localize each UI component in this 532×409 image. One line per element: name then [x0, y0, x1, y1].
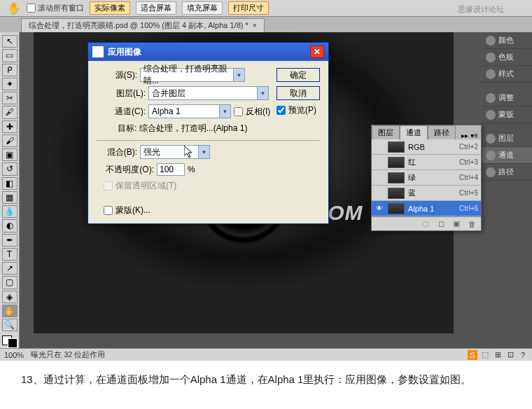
- fit-screen-button[interactable]: 适合屏幕: [136, 1, 176, 15]
- actual-pixels-button[interactable]: 实际像素: [90, 1, 130, 15]
- dialog-titlebar[interactable]: 应用图像 ✕: [88, 43, 328, 61]
- hand-tool[interactable]: ✋: [2, 305, 18, 317]
- close-tab-icon[interactable]: ×: [253, 22, 257, 29]
- new-channel-icon[interactable]: ▣: [451, 219, 461, 229]
- panel-paths[interactable]: 路径: [482, 164, 532, 181]
- zoom-level[interactable]: 100%: [4, 351, 24, 359]
- panel-menu-icon[interactable]: ▸▸ ▾≡: [458, 132, 481, 139]
- status-icon-2[interactable]: ⬚: [480, 350, 490, 360]
- status-icon-3[interactable]: ⊞: [493, 350, 503, 360]
- visibility-icon[interactable]: [374, 173, 384, 183]
- type-tool[interactable]: T: [2, 248, 18, 261]
- status-icon-5[interactable]: ?: [518, 350, 528, 360]
- fill-screen-button[interactable]: 填充屏幕: [182, 1, 223, 15]
- history-brush-tool[interactable]: ↺: [2, 162, 18, 175]
- tools-panel: ↖ ▭ ᑭ ✦ ✂ 🖋 ✚ 🖌 ▣ ↺ ◧ ▦ 💧 ◐ ✒ T ↗ ▢ ◈ ✋ …: [0, 32, 20, 348]
- channel-thumb: [388, 157, 405, 168]
- magic-wand-tool[interactable]: ✦: [2, 78, 18, 90]
- channel-green[interactable]: 绿Ctrl+4: [372, 170, 481, 186]
- crop-tool[interactable]: ✂: [2, 92, 18, 104]
- shape-tool[interactable]: ▢: [2, 276, 18, 289]
- print-size-button[interactable]: 打印尺寸: [228, 1, 269, 15]
- opacity-unit: %: [188, 165, 195, 174]
- save-selection-icon[interactable]: ◻: [436, 219, 446, 229]
- brush-tool[interactable]: 🖌: [2, 134, 18, 147]
- blend-select[interactable]: 强光: [140, 145, 210, 159]
- color-icon: [486, 36, 496, 46]
- dropdown-arrow-icon: [257, 87, 268, 99]
- scroll-all-label: 滚动所有窗口: [38, 3, 84, 13]
- channels-panel: 图层 通道 路径 ▸▸ ▾≡ RGBCtrl+2 红Ctrl+3 绿Ctrl+4…: [371, 125, 482, 231]
- cancel-button[interactable]: 取消: [276, 86, 320, 100]
- blend-label: 混合(B):: [97, 146, 137, 158]
- channel-thumb: [388, 203, 405, 214]
- channel-rgb[interactable]: RGBCtrl+2: [372, 139, 481, 155]
- preserve-transparency-checkbox: 保留透明区域(T): [104, 180, 320, 192]
- document-tab[interactable]: 综合处理，打造明亮眼睛.psd @ 100% (图层 4 副本, Alpha 1…: [21, 18, 265, 32]
- visibility-icon[interactable]: [374, 142, 384, 152]
- layer-select[interactable]: 合并图层: [148, 86, 269, 100]
- source-select[interactable]: 综合处理，打造明亮眼睛...: [140, 68, 245, 82]
- panel-swatches[interactable]: 色板: [482, 49, 532, 66]
- status-icon-1[interactable]: S: [468, 350, 477, 360]
- background-color[interactable]: [8, 338, 18, 348]
- panel-layers[interactable]: 图层: [482, 130, 532, 147]
- marquee-tool[interactable]: ▭: [2, 49, 18, 62]
- blur-tool[interactable]: 💧: [2, 205, 18, 218]
- gradient-tool[interactable]: ▦: [2, 191, 18, 204]
- visibility-icon[interactable]: [374, 158, 384, 167]
- mask-checkbox[interactable]: 蒙版(K)...: [104, 204, 320, 216]
- status-icons: S ⬚ ⊞ ⊡ ?: [468, 350, 528, 360]
- panel-styles[interactable]: 样式: [482, 66, 532, 83]
- document-tab-title: 综合处理，打造明亮眼睛.psd @ 100% (图层 4 副本, Alpha 1…: [29, 20, 248, 31]
- pen-tool[interactable]: ✒: [2, 234, 18, 247]
- invert-checkbox[interactable]: 反相(I): [234, 106, 270, 118]
- visibility-icon[interactable]: [374, 188, 384, 198]
- layers-icon: [486, 134, 496, 144]
- panel-adjustments[interactable]: 调整: [482, 90, 532, 106]
- stamp-tool[interactable]: ▣: [2, 148, 18, 161]
- path-tool[interactable]: ↗: [2, 262, 18, 275]
- healing-tool[interactable]: ✚: [2, 120, 18, 133]
- dialog-buttons: 确定 取消 预览(P): [276, 68, 320, 116]
- visibility-icon[interactable]: 👁: [374, 204, 384, 214]
- panel-color[interactable]: 颜色: [482, 32, 532, 49]
- lasso-tool[interactable]: ᑭ: [2, 64, 18, 76]
- ok-button[interactable]: 确定: [276, 68, 320, 82]
- channel-footer: ◌ ◻ ▣ 🗑: [372, 216, 481, 230]
- delete-channel-icon[interactable]: 🗑: [467, 219, 477, 229]
- eraser-tool[interactable]: ◧: [2, 177, 18, 190]
- panel-channels[interactable]: 通道: [482, 147, 532, 164]
- tab-channels[interactable]: 通道: [400, 125, 428, 139]
- tab-layers[interactable]: 图层: [372, 125, 400, 139]
- dialog-close-button[interactable]: ✕: [310, 46, 324, 58]
- scroll-all-checkbox[interactable]: [27, 4, 36, 13]
- panel-tabs: 图层 通道 路径 ▸▸ ▾≡: [372, 125, 481, 139]
- move-tool[interactable]: ↖: [2, 35, 18, 48]
- load-selection-icon[interactable]: ◌: [421, 219, 430, 229]
- 3d-tool[interactable]: ◈: [2, 291, 18, 303]
- channel-thumb: [388, 141, 405, 153]
- document-tabs: 综合处理，打造明亮眼睛.psd @ 100% (图层 4 副本, Alpha 1…: [0, 17, 532, 32]
- tutorial-caption: 13、通过计算，在通道面板增加一个Alpha 1通道，在Alpha 1里执行：应…: [0, 361, 532, 398]
- masks-icon: [486, 110, 496, 120]
- panel-masks[interactable]: 蒙版: [482, 106, 532, 123]
- opacity-label: 不透明度(O):: [97, 164, 154, 176]
- channel-alpha1[interactable]: 👁Alpha 1Ctrl+6: [372, 201, 481, 216]
- opacity-input[interactable]: [157, 163, 185, 176]
- channel-red[interactable]: 红Ctrl+3: [372, 155, 481, 170]
- scroll-all-windows[interactable]: 滚动所有窗口: [27, 3, 84, 13]
- channel-blue[interactable]: 蓝Ctrl+5: [372, 186, 481, 201]
- channel-thumb: [388, 172, 405, 183]
- preview-checkbox[interactable]: 预览(P): [276, 104, 320, 116]
- dialog-icon: [92, 46, 104, 57]
- zoom-tool[interactable]: 🔍: [2, 319, 18, 331]
- dodge-tool[interactable]: ◐: [2, 219, 18, 232]
- status-icon-4[interactable]: ⊡: [505, 350, 515, 360]
- target-label: 目标:: [118, 123, 136, 133]
- channels-icon: [486, 151, 496, 160]
- channel-select[interactable]: Alpha 1: [148, 104, 231, 118]
- tab-paths[interactable]: 路径: [428, 125, 456, 139]
- color-swatches[interactable]: [2, 335, 18, 348]
- eyedropper-tool[interactable]: 🖋: [2, 106, 18, 118]
